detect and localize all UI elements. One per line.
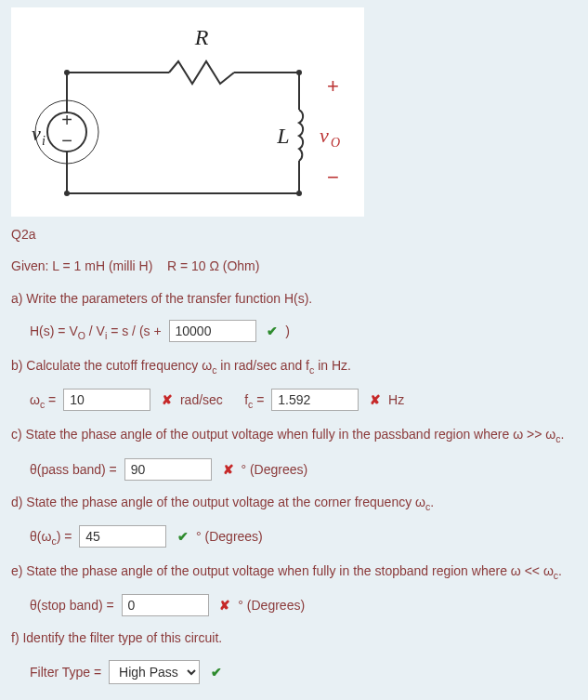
stopband-input[interactable] — [122, 594, 209, 616]
a-eq-pre: H(s) = V — [30, 324, 78, 338]
question-given: Given: L = 1 mH (milli H) R = 10 Ω (Ohm) — [11, 256, 577, 276]
cross-icon: ✘ — [370, 390, 381, 410]
part-e-row: θ(stop band) = ✘ ° (Degrees) — [30, 594, 577, 616]
svg-point-9 — [64, 191, 70, 196]
question-title: Q2a — [11, 224, 577, 244]
part-b-prompt: b) Calculate the cutoff frequency ωc in … — [11, 355, 577, 378]
filter-type-select[interactable]: High Pass — [109, 660, 200, 684]
svg-text:R: R — [194, 25, 209, 49]
check-icon: ✔ — [211, 662, 222, 682]
passband-input[interactable] — [124, 458, 212, 481]
check-icon: ✔ — [267, 321, 278, 341]
svg-text:i: i — [42, 134, 46, 148]
part-d-prompt: d) State the phase angle of the output v… — [11, 492, 577, 515]
svg-text:+: + — [61, 110, 72, 130]
part-a-row: H(s) = VO / Vi = s / (s + ✔ ) — [30, 320, 577, 344]
part-d-row: θ(ωc) = ✔ ° (Degrees) — [30, 525, 577, 549]
svg-point-10 — [296, 191, 302, 196]
part-f-prompt: f) Identify the filter type of this circ… — [11, 627, 577, 648]
part-e-prompt: e) State the phase angle of the output v… — [11, 561, 577, 584]
wc-input[interactable] — [63, 389, 150, 411]
svg-text:−: − — [61, 130, 72, 151]
cross-icon: ✘ — [162, 390, 173, 410]
a-input[interactable] — [169, 320, 256, 342]
svg-text:−: − — [327, 165, 339, 189]
svg-point-8 — [296, 70, 302, 75]
svg-text:L: L — [276, 124, 289, 148]
svg-point-7 — [64, 70, 70, 75]
cross-icon: ✘ — [219, 595, 230, 615]
part-c-row: θ(pass band) = ✘ ° (Degrees) — [30, 458, 577, 481]
svg-text:O: O — [331, 136, 340, 150]
svg-text:+: + — [327, 74, 339, 98]
circuit-diagram: + − R L v i v O + − — [11, 7, 364, 217]
svg-text:v: v — [320, 124, 329, 147]
fc-input[interactable] — [271, 389, 359, 411]
part-a-prompt: a) Write the parameters of the transfer … — [11, 288, 577, 309]
part-b-row: ωc = ✘ rad/sec fc = ✘ Hz — [30, 389, 577, 413]
check-icon: ✔ — [177, 526, 189, 547]
part-c-prompt: c) State the phase angle of the output v… — [11, 424, 577, 447]
corner-input[interactable] — [79, 525, 166, 548]
svg-text:v: v — [32, 122, 41, 145]
part-f-row: Filter Type = High Pass ✔ — [30, 660, 577, 684]
cross-icon: ✘ — [223, 459, 234, 480]
